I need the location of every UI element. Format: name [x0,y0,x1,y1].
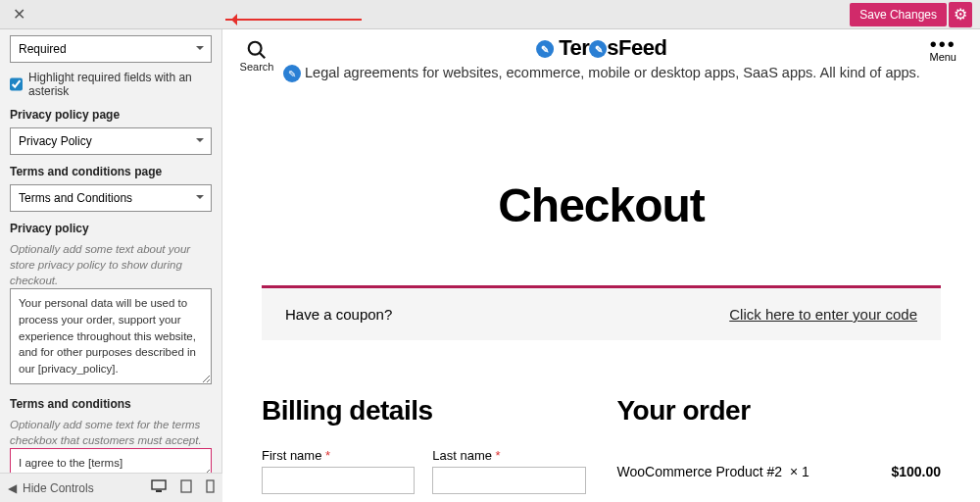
edit-shortcut-icon[interactable]: ✎ [589,40,607,58]
dots-icon: ••• [929,37,956,51]
svg-rect-1 [156,490,162,492]
coupon-question: Have a coupon? [285,306,392,323]
terms-textarea[interactable]: I agree to the [terms] [10,448,212,473]
svg-line-5 [260,53,266,59]
site-logo[interactable]: ✎ Ter✎sFeed [536,35,667,61]
preview-pane: Search ✎ Ter✎sFeed ✎ Legal agreements fo… [222,29,980,502]
customizer-footer: ◀ Hide Controls [0,473,222,502]
svg-rect-2 [181,480,191,492]
highlight-checkbox-row[interactable]: Highlight required fields with an asteri… [10,71,212,98]
settings-gear-button[interactable]: ⚙ [949,2,972,27]
search-button[interactable]: Search [237,39,276,73]
chevron-left-icon: ◀ [8,481,17,495]
save-label: Save Changes [859,8,937,22]
annotation-arrow [225,16,368,24]
device-tablet-icon[interactable] [180,479,192,496]
order-price: $100.00 [891,464,941,479]
required-asterisk: * [325,448,330,463]
gear-icon: ⚙ [954,5,967,24]
svg-point-4 [249,42,262,55]
terms-page-label: Terms and conditions page [10,165,212,178]
phone-field-select[interactable]: Required [10,35,212,63]
hide-controls-button[interactable]: ◀ Hide Controls [8,481,94,495]
highlight-checkbox[interactable] [10,77,23,91]
edit-shortcut-icon[interactable]: ✎ [536,40,554,58]
site-tagline: ✎ Legal agreements for websites, ecommer… [283,65,921,82]
device-mobile-icon[interactable] [206,479,215,496]
last-name-label: Last name [432,448,492,463]
device-desktop-icon[interactable] [151,479,167,496]
hide-controls-label: Hide Controls [23,481,94,495]
terms-hint: Optionally add some text for the terms c… [10,417,212,448]
search-label: Search [240,61,274,73]
menu-label: Menu [929,51,956,63]
svg-rect-3 [207,480,214,492]
privacy-policy-textarea[interactable]: Your personal data will be used to proce… [10,288,212,383]
last-name-input[interactable] [432,467,585,494]
terms-page-select[interactable]: Terms and Conditions [10,184,212,212]
svg-rect-0 [152,480,166,489]
privacy-policy-label: Privacy policy [10,222,212,235]
save-changes-button[interactable]: Save Changes [850,3,947,26]
order-row: WooCommerce Product #2 × 1 $100.00 [617,464,942,479]
coupon-link[interactable]: Click here to enter your code [729,306,917,323]
privacy-policy-hint: Optionally add some text about your stor… [10,241,212,288]
terms-label: Terms and conditions [10,397,212,411]
search-icon [246,39,268,61]
customizer-panel: Required Highlight required fields with … [0,29,222,473]
order-heading: Your order [617,395,942,427]
coupon-notice: Have a coupon? Click here to enter your … [262,285,941,340]
billing-heading: Billing details [262,395,586,427]
highlight-label: Highlight required fields with an asteri… [28,71,212,98]
required-asterisk: * [496,448,501,463]
edit-shortcut-icon[interactable]: ✎ [283,65,301,82]
page-title: Checkout [222,178,980,232]
privacy-page-label: Privacy policy page [10,108,212,122]
first-name-label: First name [262,448,321,463]
menu-button[interactable]: ••• Menu [929,37,956,63]
first-name-input[interactable] [262,467,415,494]
close-button[interactable]: ✕ [8,4,29,25]
privacy-page-select[interactable]: Privacy Policy [10,127,212,155]
